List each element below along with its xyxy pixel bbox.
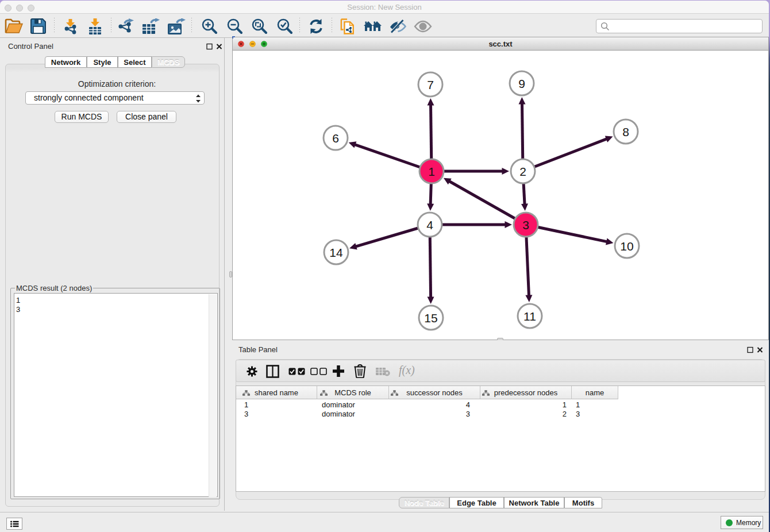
svg-text:10: 10: [620, 240, 633, 253]
svg-text:11: 11: [523, 310, 536, 323]
svg-text:7: 7: [427, 78, 434, 91]
svg-text:8: 8: [622, 125, 629, 138]
svg-text:14: 14: [329, 246, 343, 259]
svg-text:6: 6: [332, 132, 339, 145]
svg-text:1: 1: [428, 165, 435, 178]
svg-text:9: 9: [518, 77, 525, 90]
svg-text:3: 3: [522, 218, 529, 232]
svg-text:15: 15: [424, 311, 437, 325]
svg-text:2: 2: [519, 165, 526, 178]
svg-text:4: 4: [426, 218, 433, 232]
